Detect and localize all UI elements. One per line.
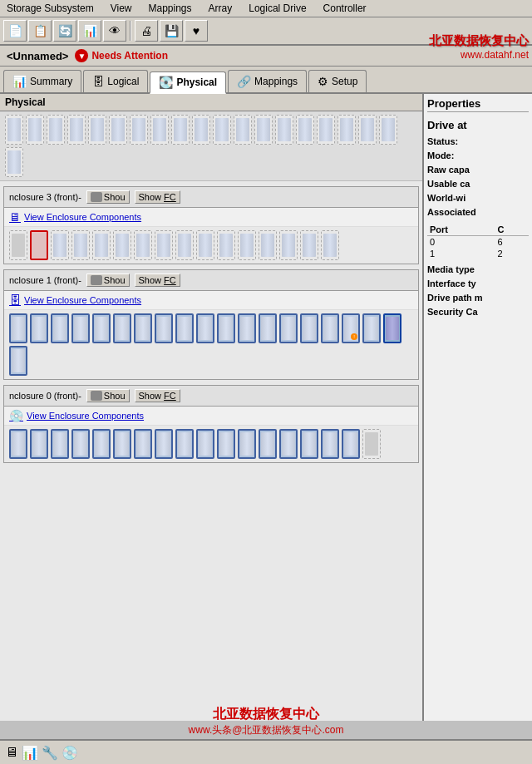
drive-slot[interactable] — [155, 313, 173, 343]
enc1-show-fc-button[interactable]: Show FC — [135, 274, 180, 287]
drive-slot[interactable] — [213, 115, 231, 145]
drive-slot[interactable] — [217, 230, 235, 260]
enc0-show-button[interactable]: Shou — [86, 389, 130, 402]
drive-slot[interactable] — [279, 313, 298, 343]
drive-slot[interactable] — [300, 230, 318, 260]
drive-slot[interactable] — [259, 429, 277, 459]
drive-slot[interactable] — [9, 429, 27, 459]
drive-slot[interactable] — [358, 115, 377, 145]
drive-slot-warning[interactable] — [30, 230, 48, 260]
drive-slot[interactable] — [30, 429, 48, 459]
drive-slot[interactable] — [26, 115, 44, 145]
enc3-show-button[interactable]: Shou — [86, 190, 130, 204]
enc3-view-components[interactable]: 🖥 View Enclosure Components — [4, 208, 418, 227]
drive-slot[interactable] — [30, 313, 48, 343]
drive-slot[interactable] — [51, 429, 69, 459]
drive-slot[interactable] — [238, 313, 256, 343]
menu-view[interactable]: View — [107, 2, 135, 15]
drive-slot[interactable] — [217, 429, 235, 459]
drive-slot[interactable] — [92, 313, 111, 343]
drive-slot[interactable] — [171, 115, 190, 145]
drive-slot[interactable] — [9, 313, 27, 343]
drive-slot[interactable] — [47, 115, 65, 145]
toolbar-btn-save[interactable]: 💾 — [160, 20, 183, 42]
drive-slot[interactable] — [196, 313, 214, 343]
drive-slot[interactable] — [71, 230, 90, 260]
enc1-show-button[interactable]: Shou — [86, 274, 130, 287]
drive-slot[interactable] — [92, 429, 111, 459]
toolbar-btn-print[interactable]: 🖨 — [135, 20, 158, 42]
menu-logical[interactable]: Logical Drive — [245, 2, 309, 15]
drive-slot[interactable] — [113, 313, 131, 343]
enc3-show-fc-button[interactable]: Show FC — [135, 190, 180, 204]
drive-slot[interactable] — [279, 230, 298, 260]
drive-slot-special[interactable]: ! — [342, 313, 360, 343]
drive-slot[interactable] — [321, 230, 339, 260]
drive-slot[interactable] — [134, 429, 152, 459]
tab-logical[interactable]: 🗄 Logical — [83, 70, 148, 92]
drive-slot[interactable] — [130, 115, 148, 145]
drive-slot[interactable] — [175, 429, 194, 459]
drive-slot[interactable] — [88, 115, 106, 145]
drive-slot[interactable] — [296, 115, 314, 145]
drive-slot[interactable] — [109, 115, 127, 145]
drive-slot[interactable] — [254, 115, 273, 145]
toolbar-btn-view[interactable]: 👁 — [103, 20, 126, 42]
toolbar-btn-refresh[interactable]: 🔄 — [53, 20, 76, 42]
toolbar-btn-open[interactable]: 📋 — [28, 20, 52, 42]
drive-slot[interactable] — [51, 313, 69, 343]
drive-slot[interactable] — [196, 230, 214, 260]
drive-slot[interactable] — [234, 115, 252, 145]
menu-controller[interactable]: Controller — [320, 2, 370, 15]
left-panel-content[interactable]: nclosure 3 (front)- Shou Show FC 🖥 View … — [0, 111, 422, 721]
toolbar-btn-chart[interactable]: 📊 — [78, 20, 101, 42]
drive-slot[interactable] — [67, 115, 86, 145]
drive-slot[interactable] — [155, 230, 173, 260]
drive-slot[interactable] — [342, 429, 360, 459]
drive-slot[interactable] — [155, 429, 173, 459]
drive-slot[interactable] — [9, 346, 27, 376]
drive-slot[interactable] — [362, 429, 381, 459]
tab-physical[interactable]: 💽 Physical — [150, 71, 226, 94]
drive-slot[interactable] — [337, 115, 356, 145]
enc1-view-components[interactable]: 🗄 View Enclosure Components — [4, 291, 418, 310]
drive-slot[interactable] — [379, 115, 397, 145]
toolbar-btn-new[interactable]: 📄 — [3, 20, 27, 42]
drive-slot[interactable] — [134, 313, 152, 343]
tab-mappings[interactable]: 🔗 Mappings — [228, 70, 307, 92]
drive-slot[interactable] — [238, 429, 256, 459]
drive-slot[interactable] — [175, 230, 194, 260]
drive-slot[interactable] — [238, 230, 256, 260]
drive-slot[interactable] — [9, 230, 27, 260]
drive-slot[interactable] — [5, 115, 23, 145]
drive-slot[interactable] — [279, 429, 298, 459]
drive-slot[interactable] — [300, 429, 318, 459]
drive-slot[interactable] — [134, 230, 152, 260]
drive-slot[interactable] — [321, 429, 339, 459]
menu-storage[interactable]: Storage Subsystem — [3, 2, 97, 15]
drive-slot[interactable] — [196, 429, 214, 459]
tab-setup[interactable]: ⚙ Setup — [308, 70, 367, 92]
drive-slot[interactable] — [259, 313, 277, 343]
tab-summary[interactable]: 📊 Summary — [3, 70, 81, 92]
drive-slot[interactable] — [71, 313, 90, 343]
drive-slot[interactable] — [259, 230, 277, 260]
toolbar-btn-heart[interactable]: ♥ — [185, 20, 208, 42]
drive-slot[interactable] — [275, 115, 293, 145]
enc0-view-components[interactable]: 💿 View Enclosure Components — [4, 407, 418, 426]
drive-slot[interactable] — [5, 147, 23, 177]
drive-slot[interactable] — [192, 115, 210, 145]
drive-slot[interactable] — [51, 230, 69, 260]
drive-slot[interactable] — [362, 313, 381, 343]
drive-slot[interactable] — [317, 115, 335, 145]
enc0-show-fc-button[interactable]: Show FC — [135, 389, 180, 402]
drive-slot[interactable] — [321, 313, 339, 343]
drive-slot[interactable] — [92, 230, 111, 260]
menu-mappings[interactable]: Mappings — [145, 2, 195, 15]
drive-slot[interactable] — [175, 313, 194, 343]
drive-slot[interactable] — [71, 429, 90, 459]
drive-slot[interactable] — [300, 313, 318, 343]
drive-slot[interactable] — [150, 115, 169, 145]
drive-slot[interactable] — [113, 429, 131, 459]
drive-slot[interactable] — [217, 313, 235, 343]
